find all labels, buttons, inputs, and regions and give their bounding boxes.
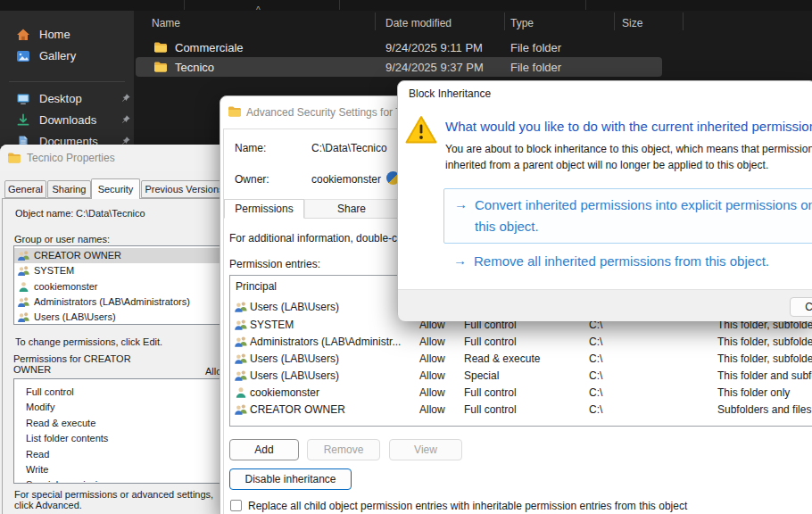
tab-security[interactable]: Security [91, 178, 140, 199]
permission-item[interactable]: Read [26, 449, 49, 460]
toolbar-divider [184, 0, 185, 10]
remove-button[interactable]: Remove [307, 439, 380, 460]
main-instruction: What would you like to do with the curre… [445, 119, 812, 134]
advanced-hint-line1: For special permissions or advanced sett… [14, 489, 213, 500]
name-value: C:\Data\Tecnico [311, 142, 387, 154]
table-row[interactable]: Users (LAB\Users) Allow Special C:\ This… [230, 368, 812, 385]
group-icon [234, 402, 248, 417]
warning-icon [405, 115, 437, 145]
replace-permissions-checkbox[interactable] [230, 500, 242, 511]
command-link-convert-permissions[interactable]: → Convert inherited permissions into exp… [443, 188, 812, 244]
list-item-cookiemonster[interactable]: cookiemonster [14, 279, 221, 294]
column-header-date-modified[interactable]: Date modified [385, 17, 452, 29]
group-icon [234, 335, 248, 349]
permission-item[interactable]: List folder contents [26, 433, 108, 444]
column-divider[interactable] [375, 12, 376, 30]
sidebar-item-label: Gallery [39, 49, 76, 62]
desktop-icon [16, 92, 30, 106]
user-icon [234, 386, 248, 400]
file-date-modified: 9/24/2025 9:11 PM [385, 41, 483, 54]
dialog-title: Tecnico Properties [27, 152, 115, 164]
view-button[interactable]: View [389, 439, 462, 460]
gallery-icon [16, 49, 30, 63]
permissions-for-label-line1: Permissions for CREATOR [13, 353, 131, 364]
group-icon [234, 352, 248, 366]
file-row-commerciale[interactable]: Commerciale 9/24/2025 9:11 PM File folde… [135, 37, 679, 57]
sort-ascending-icon: ^ [256, 5, 261, 15]
properties-dialog: Tecnico Properties General Sharing Secur… [0, 145, 221, 514]
table-header-principal[interactable]: Principal [236, 280, 277, 293]
column-header-size[interactable]: Size [622, 17, 642, 29]
table-row[interactable]: cookiemonster Allow Full control C:\ Thi… [230, 385, 812, 402]
cancel-button[interactable]: Cancel [790, 297, 812, 317]
column-divider[interactable] [614, 12, 615, 30]
permission-item[interactable]: Special permissions [26, 479, 113, 484]
tab-general[interactable]: General [4, 180, 46, 198]
folder-icon [7, 151, 21, 165]
advanced-hint-line2: click Advanced. [14, 500, 82, 510]
permissions-for-label-line2: OWNER [13, 364, 51, 375]
folder-icon [153, 40, 168, 54]
body-text-line2: inherited from a parent object will no l… [445, 159, 768, 171]
group-icon [234, 300, 248, 314]
owner-value: cookiemonster [311, 173, 381, 186]
file-type: File folder [510, 61, 561, 74]
column-header-type[interactable]: Type [510, 17, 534, 29]
arrow-right-icon: → [453, 253, 467, 268]
group-icon [234, 369, 248, 383]
groups-label: Group or user names: [14, 234, 110, 245]
name-label: Name: [235, 142, 266, 154]
permission-item[interactable]: Full control [26, 386, 74, 397]
permission-item[interactable]: Modify [26, 402, 54, 412]
group-icon [17, 264, 30, 278]
file-row-tecnico-selected[interactable]: Tecnico 9/24/2025 9:37 PM File folder [136, 57, 662, 77]
arrow-right-icon: → [454, 196, 468, 211]
list-item-creator-owner[interactable]: CREATOR OWNER [14, 248, 221, 263]
file-name: Tecnico [175, 61, 214, 74]
add-button[interactable]: Add [229, 439, 299, 460]
properties-titlebar[interactable]: Tecnico Properties [0, 145, 221, 171]
column-divider[interactable] [683, 12, 684, 30]
file-date-modified: 9/24/2025 9:37 PM [385, 61, 484, 74]
table-row[interactable]: Users (LAB\Users) Allow Read & execute C… [230, 351, 812, 368]
tab-share[interactable]: Share [304, 199, 399, 219]
group-icon [17, 295, 30, 309]
block-inheritance-titlebar[interactable]: Block Inheritance [398, 81, 812, 104]
permissions-listbox: Full control Modify Read & execute List … [13, 378, 221, 484]
sidebar-item-home[interactable]: Home [4, 24, 130, 46]
body-text-line1: You are about to block inheritance to th… [445, 143, 812, 155]
sidebar-divider [9, 81, 125, 82]
table-row[interactable]: CREATOR OWNER Allow Full control C:\ Sub… [230, 402, 812, 419]
dialog-footer: Cancel [398, 289, 812, 321]
permission-item[interactable]: Read & execute [26, 418, 95, 428]
home-icon [16, 28, 30, 42]
sidebar-item-gallery[interactable]: Gallery [4, 46, 130, 67]
sidebar-item-downloads[interactable]: Downloads [4, 110, 130, 131]
group-icon [17, 249, 30, 262]
group-icon [17, 311, 30, 324]
permission-entries-label: Permission entries: [229, 258, 320, 270]
pin-icon [120, 114, 131, 125]
column-header-name[interactable]: Name [152, 17, 180, 29]
owner-label: Owner: [235, 173, 269, 186]
command-link-remove-permissions[interactable]: → Remove all inherited permissions from … [443, 249, 812, 274]
edit-hint: To change permissions, click Edit. [15, 336, 162, 347]
list-item-users[interactable]: Users (LAB\Users) [14, 310, 221, 325]
list-item-administrators[interactable]: Administrators (LAB\Administrators) [14, 294, 221, 310]
folder-icon [153, 60, 168, 74]
table-row[interactable]: Administrators (LAB\Administr... Allow F… [230, 334, 812, 351]
column-divider[interactable] [504, 12, 505, 30]
tab-permissions[interactable]: Permissions [224, 199, 304, 219]
user-icon [17, 280, 30, 294]
file-name: Commerciale [175, 41, 244, 54]
tab-sharing[interactable]: Sharing [47, 180, 91, 198]
disable-inheritance-button[interactable]: Disable inheritance [229, 468, 352, 490]
object-name-value: C:\Data\Tecnico [76, 208, 145, 219]
list-item-system[interactable]: SYSTEM [14, 263, 221, 278]
tab-previous-versions[interactable]: Previous Versions [141, 180, 221, 198]
group-user-listbox: CREATOR OWNER SYSTEM cookiemonster Admin… [13, 245, 221, 325]
permission-item[interactable]: Write [26, 464, 48, 475]
sidebar-item-desktop[interactable]: Desktop [4, 88, 130, 110]
folder-icon [228, 104, 242, 119]
block-inheritance-dialog: Block Inheritance What would you like to… [397, 80, 812, 319]
